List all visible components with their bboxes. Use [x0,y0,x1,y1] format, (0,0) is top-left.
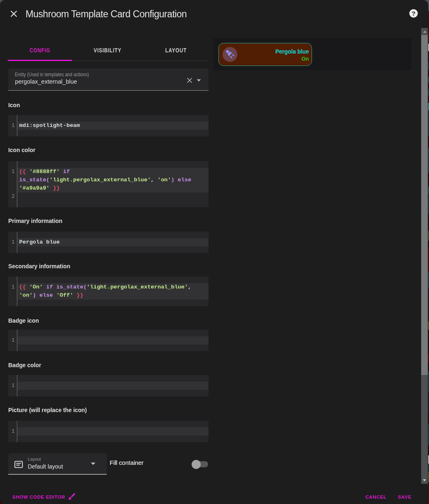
svg-text:?: ? [411,9,415,16]
